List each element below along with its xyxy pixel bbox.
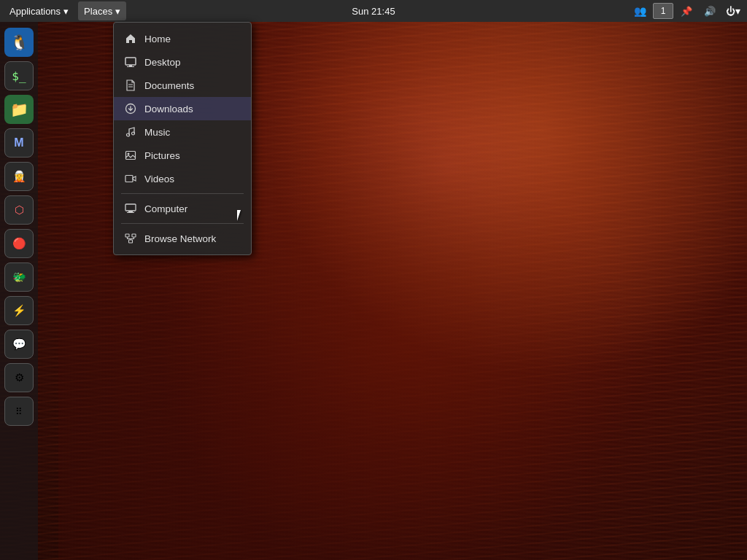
home-icon xyxy=(124,32,137,45)
terminal-icon: $_ xyxy=(12,69,26,83)
svg-rect-8 xyxy=(126,152,136,160)
app-grid-icon: ⠿ xyxy=(15,407,23,416)
app3-icon: ⬡ xyxy=(15,203,24,217)
places-menu-button[interactable]: Places ▾ xyxy=(78,1,126,20)
sidebar-item-app4[interactable]: 🔴 xyxy=(4,229,34,258)
panel-right: 👥 1 📌 🔊 ⏻ ▾ xyxy=(630,1,743,20)
svg-rect-10 xyxy=(125,176,133,182)
pictures-icon xyxy=(124,149,137,162)
app8-icon: ⚙ xyxy=(15,371,24,384)
separator-2 xyxy=(121,223,244,224)
app7-icon: 💬 xyxy=(12,338,26,351)
places-dropdown-menu: Home Desktop Documents xyxy=(113,22,252,255)
desktop-icon xyxy=(124,55,137,69)
app6-icon: ⚡ xyxy=(12,304,26,317)
applications-menu-button[interactable]: Applications ▾ xyxy=(4,1,74,20)
app4-icon: 🔴 xyxy=(12,237,26,250)
menu-item-computer[interactable]: Computer xyxy=(114,197,251,220)
svg-rect-12 xyxy=(128,211,133,212)
menu-item-pictures[interactable]: Pictures xyxy=(114,144,251,167)
sidebar-item-app6[interactable]: ⚡ xyxy=(4,296,34,325)
menu-item-downloads-label: Downloads xyxy=(144,104,193,114)
menu-item-downloads[interactable]: Downloads xyxy=(114,97,251,120)
people-icon: 👥 xyxy=(634,5,646,17)
people-icon-button[interactable]: 👥 xyxy=(630,1,650,20)
top-panel: Applications ▾ Places ▾ Sun 21:45 👥 1 📌 … xyxy=(0,0,747,22)
documents-icon xyxy=(124,79,137,92)
svg-rect-1 xyxy=(129,65,132,66)
sidebar-item-app1[interactable]: M xyxy=(4,128,34,158)
panel-clock: Sun 21:45 xyxy=(352,6,395,17)
penguin-icon: 🐧 xyxy=(10,34,28,51)
sidebar-dock: 🐧 $_ 📁 M 🧝 ⬡ 🔴 🐲 ⚡ 💬 ⚙ ⠿ xyxy=(0,22,38,560)
svg-rect-14 xyxy=(125,234,129,237)
folder-icon: 📁 xyxy=(10,101,28,118)
volume-icon-button[interactable]: 🔊 xyxy=(700,1,720,20)
downloads-icon xyxy=(124,102,137,115)
menu-item-desktop[interactable]: Desktop xyxy=(114,50,251,74)
menu-item-desktop-label: Desktop xyxy=(144,57,181,68)
menu-item-browse-network[interactable]: Browse Network xyxy=(114,227,251,250)
svg-rect-0 xyxy=(125,58,136,65)
menu-item-pictures-label: Pictures xyxy=(144,150,180,161)
sidebar-item-app7[interactable]: 💬 xyxy=(4,330,34,359)
sidebar-item-app3[interactable]: ⬡ xyxy=(4,195,34,225)
menu-item-browse-network-label: Browse Network xyxy=(144,233,216,244)
sidebar-item-files[interactable]: 📁 xyxy=(4,95,34,124)
app2-icon: 🧝 xyxy=(12,170,26,183)
menu-item-home-label: Home xyxy=(144,34,171,44)
separator-1 xyxy=(121,193,244,194)
workspace-number: 1 xyxy=(661,6,666,16)
sidebar-item-app2[interactable]: 🧝 xyxy=(4,162,34,191)
svg-rect-11 xyxy=(125,204,136,211)
svg-rect-16 xyxy=(129,240,133,243)
svg-rect-15 xyxy=(132,234,136,237)
menu-item-computer-label: Computer xyxy=(144,203,187,214)
menu-item-videos[interactable]: Videos xyxy=(114,167,251,190)
datetime-display: Sun 21:45 xyxy=(352,6,395,17)
menu-item-documents-label: Documents xyxy=(144,80,194,91)
pin-icon-button[interactable]: 📌 xyxy=(676,1,697,20)
workspace-switcher-button[interactable]: 1 xyxy=(653,3,673,19)
sidebar-item-app-grid[interactable]: ⠿ xyxy=(4,397,34,426)
sidebar-item-terminal[interactable]: $_ xyxy=(4,61,34,90)
volume-icon: 🔊 xyxy=(704,6,716,17)
sidebar-item-app5[interactable]: 🐲 xyxy=(4,262,34,292)
places-label: Places xyxy=(84,6,112,17)
pin-icon: 📌 xyxy=(681,6,692,17)
videos-icon xyxy=(124,172,137,185)
network-icon xyxy=(124,232,137,245)
places-arrow: ▾ xyxy=(115,6,120,17)
power-menu-button[interactable]: ⏻ ▾ xyxy=(723,1,743,20)
power-icon: ⏻ xyxy=(726,6,735,17)
svg-rect-2 xyxy=(127,66,134,67)
music-icon xyxy=(124,125,137,139)
menu-item-documents[interactable]: Documents xyxy=(114,74,251,97)
menu-item-music-label: Music xyxy=(144,127,170,138)
svg-point-9 xyxy=(128,153,130,155)
power-arrow: ▾ xyxy=(735,5,740,17)
desktop-background xyxy=(0,0,747,560)
applications-label: Applications xyxy=(9,6,61,17)
menu-item-music[interactable]: Music xyxy=(114,120,251,144)
sidebar-item-penguin[interactable]: 🐧 xyxy=(4,28,34,57)
panel-left: Applications ▾ Places ▾ xyxy=(4,1,126,20)
app1-icon: M xyxy=(14,136,23,149)
menu-item-home[interactable]: Home xyxy=(114,27,251,50)
svg-rect-13 xyxy=(127,212,134,213)
app5-icon: 🐲 xyxy=(12,271,26,284)
computer-icon xyxy=(124,202,137,215)
menu-item-videos-label: Videos xyxy=(144,174,174,184)
applications-arrow: ▾ xyxy=(63,6,69,17)
sidebar-item-app8[interactable]: ⚙ xyxy=(4,363,34,392)
